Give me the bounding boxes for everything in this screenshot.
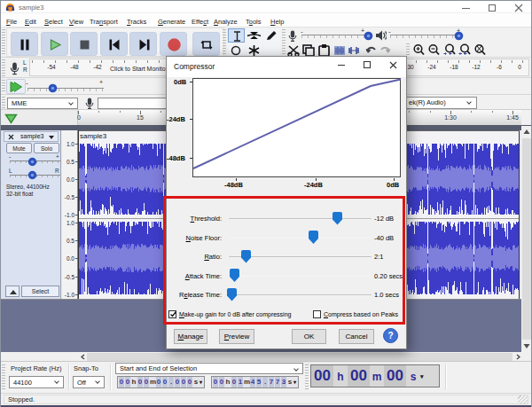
svg-text:?: ? — [387, 331, 393, 340]
